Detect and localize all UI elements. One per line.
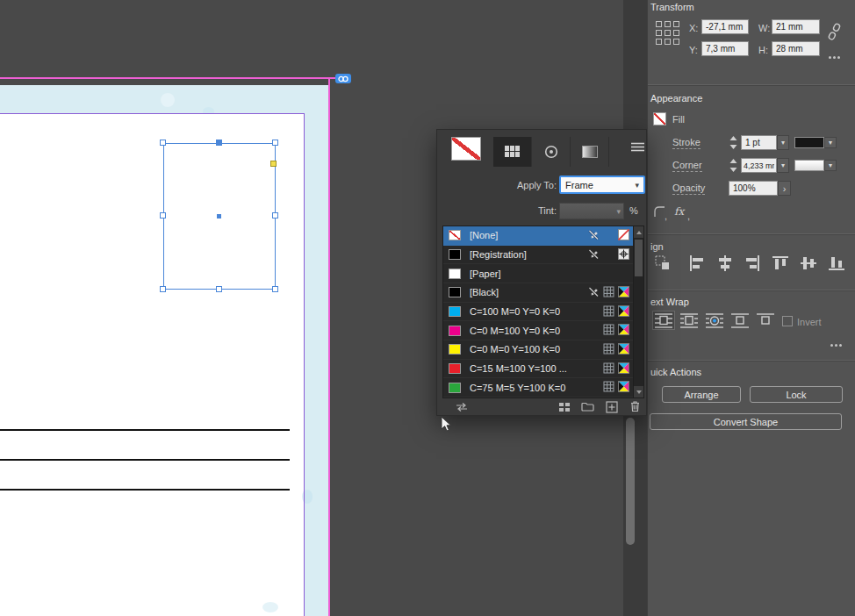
corner-radius-stepper[interactable] — [729, 158, 738, 175]
tab-color-wheel[interactable] — [532, 137, 571, 167]
h-label: H: — [758, 45, 768, 55]
new-folder-icon[interactable] — [581, 401, 594, 413]
transform-more-options-icon[interactable] — [829, 56, 840, 59]
handle-top-right[interactable] — [272, 140, 278, 146]
color-wheel-icon — [544, 145, 558, 159]
corner-label[interactable]: Corner — [672, 160, 702, 172]
opacity-expand-chevron[interactable]: › — [778, 181, 791, 196]
h-input[interactable] — [772, 41, 820, 56]
scroll-up-icon[interactable] — [634, 226, 643, 238]
delete-swatch-icon[interactable] — [629, 400, 641, 414]
window-scrollbar-thumb[interactable] — [626, 418, 635, 545]
handle-bottom-right[interactable] — [272, 286, 278, 292]
swatch-chip — [449, 383, 461, 393]
corner-edit-handle[interactable] — [270, 161, 277, 167]
apply-to-dropdown[interactable]: Frame ▾ — [559, 175, 645, 194]
x-input[interactable] — [701, 19, 749, 34]
align-left-icon[interactable] — [687, 254, 707, 274]
swatch-name: [Paper] — [470, 269, 629, 279]
opacity-label[interactable]: Opacity — [672, 183, 705, 195]
swatch-row-none[interactable]: [None] — [443, 226, 633, 246]
handle-mid-left[interactable] — [160, 212, 166, 218]
stroke-weight-input[interactable] — [741, 135, 777, 150]
align-horizontal-center-icon[interactable] — [715, 254, 735, 274]
frame-center-point[interactable] — [217, 214, 221, 218]
swatch-row-cyan[interactable]: C=100 M=0 Y=0 K=0 — [443, 303, 633, 322]
snow-speck — [262, 602, 278, 612]
swatch-list-scrollbar[interactable] — [633, 226, 643, 398]
handle-top-center[interactable] — [216, 140, 222, 146]
wrap-object-shape-icon[interactable] — [703, 311, 726, 330]
swatch-row-yellow[interactable]: C=0 M=0 Y=100 K=0 — [443, 340, 633, 360]
corner-style-dropdown[interactable]: ▾ — [824, 160, 837, 171]
tab-gradient[interactable] — [571, 137, 609, 167]
swatches-panel: Apply To: Frame ▾ Tint: ▾ % [None] [Regi… — [436, 129, 647, 416]
paragraph-rule — [0, 459, 290, 461]
swatch-name: [Black] — [470, 287, 588, 297]
wrap-none-icon[interactable] — [652, 311, 675, 330]
apply-to-label: Apply To: — [493, 180, 557, 190]
swatch-row-magenta[interactable]: C=0 M=100 Y=0 K=0 — [443, 321, 633, 340]
reference-point-proxy[interactable] — [656, 21, 679, 45]
constrain-proportions-icon[interactable] — [823, 20, 844, 46]
lock-button[interactable]: Lock — [750, 386, 843, 403]
swatch-row-registration[interactable]: [Registration] — [443, 246, 633, 265]
arrange-button[interactable]: Arrange — [662, 386, 741, 403]
corner-style-swatch[interactable] — [794, 160, 824, 171]
swatch-name: C=100 M=0 Y=0 K=0 — [470, 306, 603, 317]
swatch-name: [Registration] — [470, 249, 588, 260]
grid-type-icon — [603, 362, 614, 376]
tab-swatches[interactable] — [493, 137, 532, 167]
swatch-scrollbar-thumb[interactable] — [635, 240, 643, 276]
fill-swatch-icon[interactable] — [653, 112, 666, 125]
corner-radius-input[interactable] — [741, 158, 777, 173]
handle-bottom-left[interactable] — [160, 286, 166, 292]
convert-shape-button[interactable]: Convert Shape — [650, 413, 842, 430]
gradient-icon — [582, 146, 598, 158]
flyout-tick: , — [687, 211, 690, 221]
align-vertical-center-icon[interactable] — [799, 254, 818, 274]
wrap-jump-next-column-icon[interactable] — [754, 311, 777, 330]
opacity-input[interactable] — [729, 181, 778, 196]
grid-type-icon — [603, 381, 614, 394]
swatch-chip — [449, 363, 461, 374]
align-bottom-icon[interactable] — [827, 254, 846, 274]
stroke-label[interactable]: Stroke — [672, 137, 701, 149]
transform-section-title: Transform — [650, 2, 694, 12]
panel-menu-icon[interactable] — [631, 142, 644, 154]
wrap-jump-object-icon[interactable] — [729, 311, 751, 330]
appearance-section-title: Appearance — [650, 93, 702, 104]
stroke-weight-stepper[interactable] — [729, 135, 738, 152]
swatch-row-black[interactable]: [Black] — [443, 283, 633, 303]
align-top-icon[interactable] — [771, 254, 790, 274]
linked-content-badge[interactable] — [335, 74, 351, 83]
swatch-row-paper[interactable]: [Paper] — [443, 264, 633, 283]
stroke-color-swatch[interactable] — [794, 137, 824, 148]
swatch-row-green[interactable]: C=75 M=5 Y=100 K=0 — [443, 378, 633, 398]
fill-label: Fill — [672, 114, 685, 125]
w-input[interactable] — [772, 19, 820, 34]
stroke-weight-dropdown[interactable]: ▾ — [777, 135, 789, 150]
invert-checkbox[interactable] — [782, 316, 793, 326]
tint-label: Tint: — [493, 205, 557, 216]
swap-swatches-icon[interactable] — [455, 402, 469, 414]
tint-slider[interactable]: ▾ — [559, 203, 624, 219]
invert-label: Invert — [797, 317, 822, 327]
new-color-group-icon[interactable] — [558, 402, 571, 414]
swatch-chip — [449, 306, 461, 317]
scroll-down-icon[interactable] — [634, 386, 643, 398]
align-right-icon[interactable] — [743, 254, 762, 274]
y-input[interactable] — [701, 41, 749, 56]
effects-fx-icon[interactable]: fx — [674, 205, 684, 218]
new-swatch-icon[interactable] — [606, 401, 618, 415]
wrap-bounding-box-icon[interactable] — [678, 311, 701, 330]
handle-top-left[interactable] — [160, 140, 166, 146]
align-to-icon[interactable] — [653, 254, 672, 274]
swatch-row-red[interactable]: C=15 M=100 Y=100 ... — [443, 360, 633, 379]
handle-mid-right[interactable] — [272, 212, 278, 218]
handle-bottom-center[interactable] — [216, 286, 222, 292]
text-wrap-more-options-icon[interactable] — [830, 344, 842, 347]
stroke-color-dropdown[interactable]: ▾ — [824, 137, 837, 148]
corner-radius-dropdown[interactable]: ▾ — [777, 158, 789, 173]
paragraph-rule — [0, 489, 290, 491]
